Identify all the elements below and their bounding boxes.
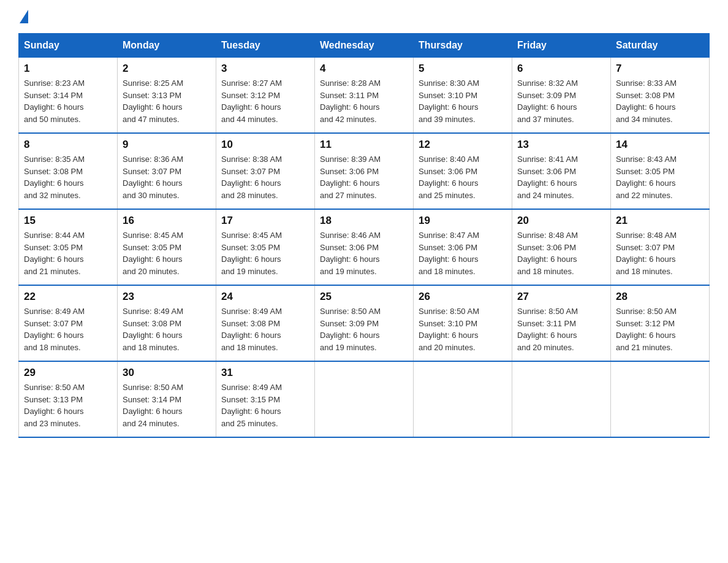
day-number: 27 <box>517 291 605 303</box>
calendar-cell: 5Sunrise: 8:30 AMSunset: 3:10 PMDaylight… <box>414 58 512 134</box>
day-number: 28 <box>616 291 704 303</box>
calendar-cell: 20Sunrise: 8:48 AMSunset: 3:06 PMDayligh… <box>512 209 611 285</box>
calendar-cell <box>512 361 611 437</box>
calendar-cell: 9Sunrise: 8:36 AMSunset: 3:07 PMDaylight… <box>118 133 216 209</box>
day-number: 31 <box>221 367 309 379</box>
header-tuesday: Tuesday <box>216 34 315 58</box>
calendar-cell: 11Sunrise: 8:39 AMSunset: 3:06 PMDayligh… <box>315 133 414 209</box>
day-info: Sunrise: 8:30 AMSunset: 3:10 PMDaylight:… <box>419 77 507 125</box>
day-number: 1 <box>24 63 112 75</box>
day-number: 24 <box>221 291 309 303</box>
logo-top <box>18 12 28 23</box>
day-number: 30 <box>123 367 211 379</box>
day-number: 23 <box>123 291 211 303</box>
day-number: 29 <box>24 367 112 379</box>
day-info: Sunrise: 8:49 AMSunset: 3:15 PMDaylight:… <box>221 381 309 429</box>
calendar-cell: 1Sunrise: 8:23 AMSunset: 3:14 PMDaylight… <box>19 58 118 134</box>
day-info: Sunrise: 8:27 AMSunset: 3:12 PMDaylight:… <box>221 77 309 125</box>
day-info: Sunrise: 8:38 AMSunset: 3:07 PMDaylight:… <box>221 153 309 201</box>
day-info: Sunrise: 8:41 AMSunset: 3:06 PMDaylight:… <box>517 153 605 201</box>
calendar-cell: 24Sunrise: 8:49 AMSunset: 3:08 PMDayligh… <box>216 285 315 361</box>
calendar-cell: 14Sunrise: 8:43 AMSunset: 3:05 PMDayligh… <box>611 133 710 209</box>
day-info: Sunrise: 8:45 AMSunset: 3:05 PMDaylight:… <box>221 229 309 277</box>
day-info: Sunrise: 8:35 AMSunset: 3:08 PMDaylight:… <box>24 153 112 201</box>
day-info: Sunrise: 8:50 AMSunset: 3:09 PMDaylight:… <box>320 305 408 353</box>
day-info: Sunrise: 8:50 AMSunset: 3:12 PMDaylight:… <box>616 305 704 353</box>
logo-triangle-icon <box>20 10 28 23</box>
calendar-cell: 30Sunrise: 8:50 AMSunset: 3:14 PMDayligh… <box>118 361 216 437</box>
calendar-cell: 15Sunrise: 8:44 AMSunset: 3:05 PMDayligh… <box>19 209 118 285</box>
calendar-week-row: 8Sunrise: 8:35 AMSunset: 3:08 PMDaylight… <box>19 133 710 209</box>
day-info: Sunrise: 8:48 AMSunset: 3:07 PMDaylight:… <box>616 229 704 277</box>
calendar-cell: 18Sunrise: 8:46 AMSunset: 3:06 PMDayligh… <box>315 209 414 285</box>
calendar-header-row: SundayMondayTuesdayWednesdayThursdayFrid… <box>19 34 710 58</box>
header-sunday: Sunday <box>19 34 118 58</box>
calendar-cell: 2Sunrise: 8:25 AMSunset: 3:13 PMDaylight… <box>118 58 216 134</box>
day-info: Sunrise: 8:50 AMSunset: 3:14 PMDaylight:… <box>123 381 211 429</box>
day-info: Sunrise: 8:47 AMSunset: 3:06 PMDaylight:… <box>419 229 507 277</box>
calendar-cell: 25Sunrise: 8:50 AMSunset: 3:09 PMDayligh… <box>315 285 414 361</box>
calendar-week-row: 29Sunrise: 8:50 AMSunset: 3:13 PMDayligh… <box>19 361 710 437</box>
day-info: Sunrise: 8:48 AMSunset: 3:06 PMDaylight:… <box>517 229 605 277</box>
day-number: 8 <box>24 139 112 151</box>
day-info: Sunrise: 8:36 AMSunset: 3:07 PMDaylight:… <box>123 153 211 201</box>
calendar-cell <box>414 361 512 437</box>
calendar-cell: 13Sunrise: 8:41 AMSunset: 3:06 PMDayligh… <box>512 133 611 209</box>
day-info: Sunrise: 8:25 AMSunset: 3:13 PMDaylight:… <box>123 77 211 125</box>
day-number: 3 <box>221 63 309 75</box>
day-number: 19 <box>419 215 507 227</box>
day-info: Sunrise: 8:44 AMSunset: 3:05 PMDaylight:… <box>24 229 112 277</box>
calendar-week-row: 1Sunrise: 8:23 AMSunset: 3:14 PMDaylight… <box>19 58 710 134</box>
day-info: Sunrise: 8:33 AMSunset: 3:08 PMDaylight:… <box>616 77 704 125</box>
calendar-cell: 10Sunrise: 8:38 AMSunset: 3:07 PMDayligh… <box>216 133 315 209</box>
day-info: Sunrise: 8:50 AMSunset: 3:11 PMDaylight:… <box>517 305 605 353</box>
day-info: Sunrise: 8:45 AMSunset: 3:05 PMDaylight:… <box>123 229 211 277</box>
day-info: Sunrise: 8:49 AMSunset: 3:08 PMDaylight:… <box>123 305 211 353</box>
calendar-cell: 19Sunrise: 8:47 AMSunset: 3:06 PMDayligh… <box>414 209 512 285</box>
day-info: Sunrise: 8:43 AMSunset: 3:05 PMDaylight:… <box>616 153 704 201</box>
calendar-week-row: 22Sunrise: 8:49 AMSunset: 3:07 PMDayligh… <box>19 285 710 361</box>
day-number: 13 <box>517 139 605 151</box>
day-number: 9 <box>123 139 211 151</box>
calendar-cell: 3Sunrise: 8:27 AMSunset: 3:12 PMDaylight… <box>216 58 315 134</box>
calendar-cell <box>315 361 414 437</box>
header-monday: Monday <box>118 34 216 58</box>
day-info: Sunrise: 8:23 AMSunset: 3:14 PMDaylight:… <box>24 77 112 125</box>
calendar-week-row: 15Sunrise: 8:44 AMSunset: 3:05 PMDayligh… <box>19 209 710 285</box>
calendar-cell: 12Sunrise: 8:40 AMSunset: 3:06 PMDayligh… <box>414 133 512 209</box>
day-info: Sunrise: 8:39 AMSunset: 3:06 PMDaylight:… <box>320 153 408 201</box>
day-number: 14 <box>616 139 704 151</box>
header-wednesday: Wednesday <box>315 34 414 58</box>
calendar-cell: 16Sunrise: 8:45 AMSunset: 3:05 PMDayligh… <box>118 209 216 285</box>
calendar-table: SundayMondayTuesdayWednesdayThursdayFrid… <box>18 33 710 438</box>
day-number: 18 <box>320 215 408 227</box>
logo <box>18 12 28 22</box>
day-number: 7 <box>616 63 704 75</box>
day-number: 2 <box>123 63 211 75</box>
day-number: 21 <box>616 215 704 227</box>
header-friday: Friday <box>512 34 611 58</box>
calendar-cell: 29Sunrise: 8:50 AMSunset: 3:13 PMDayligh… <box>19 361 118 437</box>
calendar-cell: 21Sunrise: 8:48 AMSunset: 3:07 PMDayligh… <box>611 209 710 285</box>
day-number: 12 <box>419 139 507 151</box>
day-number: 4 <box>320 63 408 75</box>
day-number: 16 <box>123 215 211 227</box>
calendar-cell: 31Sunrise: 8:49 AMSunset: 3:15 PMDayligh… <box>216 361 315 437</box>
day-info: Sunrise: 8:40 AMSunset: 3:06 PMDaylight:… <box>419 153 507 201</box>
day-info: Sunrise: 8:32 AMSunset: 3:09 PMDaylight:… <box>517 77 605 125</box>
day-info: Sunrise: 8:46 AMSunset: 3:06 PMDaylight:… <box>320 229 408 277</box>
day-number: 17 <box>221 215 309 227</box>
page-header <box>18 12 710 22</box>
calendar-cell: 22Sunrise: 8:49 AMSunset: 3:07 PMDayligh… <box>19 285 118 361</box>
day-number: 6 <box>517 63 605 75</box>
calendar-cell: 7Sunrise: 8:33 AMSunset: 3:08 PMDaylight… <box>611 58 710 134</box>
calendar-cell: 23Sunrise: 8:49 AMSunset: 3:08 PMDayligh… <box>118 285 216 361</box>
calendar-cell: 8Sunrise: 8:35 AMSunset: 3:08 PMDaylight… <box>19 133 118 209</box>
day-info: Sunrise: 8:28 AMSunset: 3:11 PMDaylight:… <box>320 77 408 125</box>
day-number: 5 <box>419 63 507 75</box>
day-info: Sunrise: 8:50 AMSunset: 3:10 PMDaylight:… <box>419 305 507 353</box>
day-number: 20 <box>517 215 605 227</box>
calendar-cell: 27Sunrise: 8:50 AMSunset: 3:11 PMDayligh… <box>512 285 611 361</box>
calendar-cell: 4Sunrise: 8:28 AMSunset: 3:11 PMDaylight… <box>315 58 414 134</box>
day-number: 26 <box>419 291 507 303</box>
